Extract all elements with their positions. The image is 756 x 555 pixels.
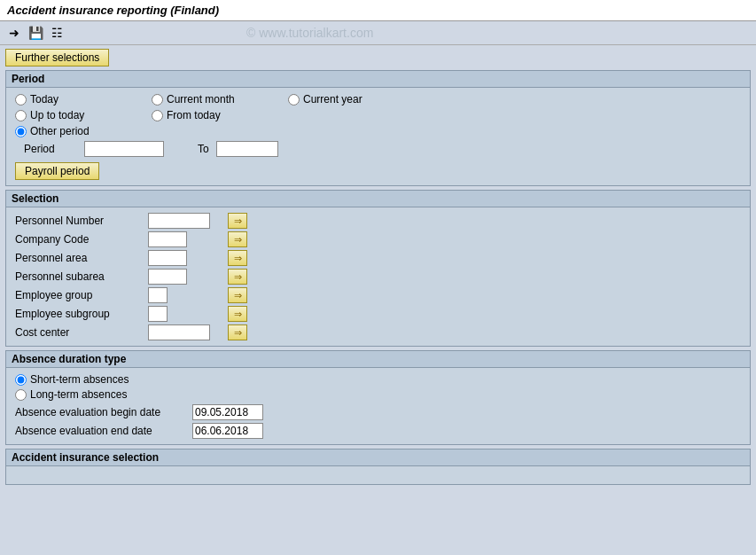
begin-date-label: Absence evaluation begin date xyxy=(15,406,192,418)
from-today-label: From today xyxy=(167,109,221,121)
selection-header: Selection xyxy=(6,191,750,207)
personnel-area-label: Personnel area xyxy=(15,252,148,264)
personnel-area-arrow[interactable] xyxy=(228,250,247,266)
employee-group-input[interactable] xyxy=(148,287,168,303)
layout-icon[interactable]: ☷ xyxy=(48,24,66,42)
period-section: Period Today Current month Current year xyxy=(5,70,751,186)
current-month-label: Current month xyxy=(167,93,235,106)
today-label: Today xyxy=(30,93,58,106)
end-date-label: Absence evaluation end date xyxy=(15,425,192,437)
personnel-number-arrow[interactable] xyxy=(228,213,247,229)
radio-current-year[interactable]: Current year xyxy=(288,93,421,106)
personnel-subarea-label: Personnel subarea xyxy=(15,270,148,283)
long-term-label: Long-term absences xyxy=(30,388,127,401)
short-term-label: Short-term absences xyxy=(30,373,129,386)
other-period-label: Other period xyxy=(30,125,90,137)
employee-group-arrow[interactable] xyxy=(228,287,247,303)
employee-subgroup-label: Employee subgroup xyxy=(15,308,148,320)
employee-group-label: Employee group xyxy=(15,289,148,301)
radio-today[interactable]: Today xyxy=(15,93,148,106)
cost-center-input[interactable] xyxy=(148,324,210,340)
personnel-area-input[interactable] xyxy=(148,250,187,266)
radio-short-term[interactable]: Short-term absences xyxy=(15,373,741,386)
personnel-number-input[interactable] xyxy=(148,213,210,229)
personnel-subarea-arrow[interactable] xyxy=(228,269,247,285)
employee-subgroup-input[interactable] xyxy=(148,306,168,322)
current-year-label: Current year xyxy=(303,93,362,106)
back-icon[interactable]: ➜ xyxy=(5,24,23,42)
radio-up-to-today[interactable]: Up to today xyxy=(15,109,148,121)
period-header: Period xyxy=(6,71,750,88)
toolbar: ➜ 💾 ☷ © www.tutorialkart.com xyxy=(0,21,756,45)
to-label: To xyxy=(198,143,209,155)
employee-subgroup-arrow[interactable] xyxy=(228,306,247,322)
radio-other-period[interactable]: Other period xyxy=(15,125,741,137)
period-input[interactable] xyxy=(84,141,164,157)
insurance-section: Accident insurance selection xyxy=(5,449,751,485)
page-title: Accident insurance reporting (Finland) xyxy=(7,4,219,17)
cost-center-label: Cost center xyxy=(15,326,148,339)
personnel-number-label: Personnel Number xyxy=(15,215,148,227)
save-icon[interactable]: 💾 xyxy=(27,24,44,42)
radio-from-today[interactable]: From today xyxy=(152,109,284,121)
absence-section: Absence duration type Short-term absence… xyxy=(5,350,751,445)
up-to-today-label: Up to today xyxy=(30,109,84,121)
end-date-input[interactable] xyxy=(192,423,263,439)
payroll-period-button[interactable]: Payroll period xyxy=(15,162,99,180)
watermark: © www.tutorialkart.com xyxy=(246,26,373,40)
insurance-header: Accident insurance selection xyxy=(6,449,750,466)
further-selections-button[interactable]: Further selections xyxy=(5,49,109,66)
begin-date-input[interactable] xyxy=(192,404,263,420)
cost-center-arrow[interactable] xyxy=(228,324,247,340)
company-code-label: Company Code xyxy=(15,233,148,246)
absence-header: Absence duration type xyxy=(6,351,750,368)
selection-section: Selection Personnel Number Company Code … xyxy=(5,190,751,347)
title-bar: Accident insurance reporting (Finland) xyxy=(0,0,756,21)
radio-current-month[interactable]: Current month xyxy=(152,93,284,106)
period-label: Period xyxy=(24,143,77,155)
company-code-input[interactable] xyxy=(148,231,187,247)
to-input[interactable] xyxy=(216,141,278,157)
radio-long-term[interactable]: Long-term absences xyxy=(15,388,741,401)
personnel-subarea-input[interactable] xyxy=(148,269,187,285)
company-code-arrow[interactable] xyxy=(228,231,247,247)
